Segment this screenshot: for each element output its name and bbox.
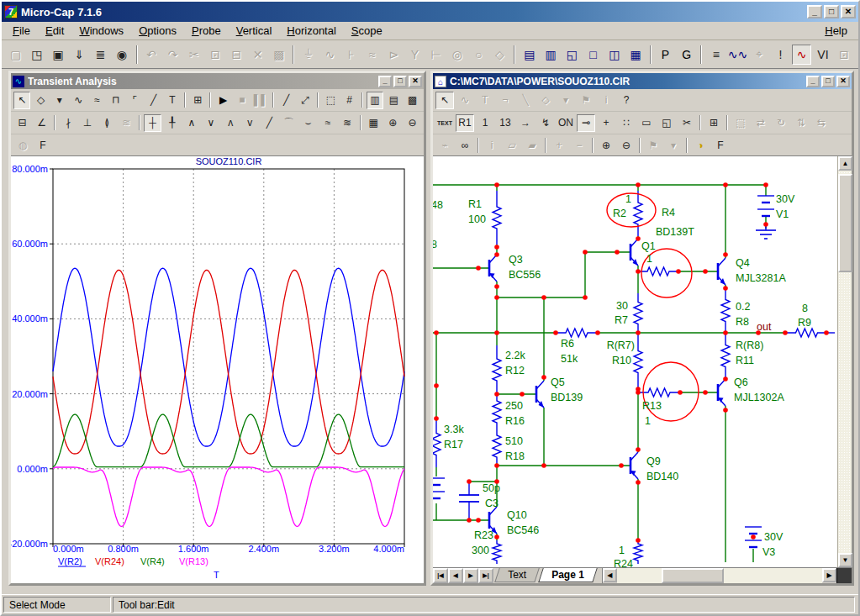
info-mode-button[interactable]: i bbox=[597, 92, 615, 109]
transistor-Q1[interactable] bbox=[630, 239, 638, 266]
top-envelope-button[interactable]: ≈ bbox=[319, 114, 336, 132]
open-file-button[interactable]: ◳ bbox=[27, 45, 46, 65]
diode-part-button[interactable]: ⊳ bbox=[384, 45, 404, 65]
probe-tool-button[interactable]: ⌖ bbox=[750, 45, 769, 65]
high-button[interactable]: ʌ bbox=[222, 114, 240, 132]
first-page-button[interactable]: |◀ bbox=[433, 568, 448, 583]
properties-button[interactable]: ⊞ bbox=[704, 114, 723, 132]
go-to-branch-button[interactable]: ≬ bbox=[98, 114, 116, 132]
plot-grid-fine-button[interactable]: ▩ bbox=[404, 92, 421, 109]
resistor-part-button[interactable]: ≈ bbox=[362, 45, 382, 65]
flag-goto-button[interactable]: ⚑ bbox=[644, 136, 662, 154]
run-simulation-button[interactable]: ▶ bbox=[214, 92, 231, 109]
tangent-mode-button[interactable]: ∠ bbox=[33, 114, 50, 132]
current-display-button[interactable]: → bbox=[516, 114, 535, 132]
select-mode-button[interactable]: ↖ bbox=[435, 92, 454, 109]
flip-y-button[interactable]: ⇅ bbox=[792, 114, 810, 132]
menu-file[interactable]: File bbox=[5, 23, 38, 39]
scope-mode-button[interactable]: ∿ bbox=[792, 45, 811, 65]
rotate-button[interactable]: ↻ bbox=[772, 114, 790, 132]
copy-to-front-button[interactable]: ▱ bbox=[503, 136, 521, 154]
global-low-button[interactable]: ⌣ bbox=[299, 114, 317, 132]
tab-text[interactable]: Text bbox=[494, 568, 540, 582]
resistor-R18[interactable] bbox=[493, 429, 501, 463]
npn-part-button[interactable]: Y bbox=[405, 45, 425, 65]
low-button[interactable]: v bbox=[241, 114, 259, 132]
calculator-button[interactable]: ▦ bbox=[625, 45, 645, 65]
show-attributes-button[interactable]: R1 bbox=[456, 114, 474, 132]
scale-box-button[interactable]: ⬚ bbox=[322, 92, 339, 109]
transistor-Q4[interactable] bbox=[718, 258, 725, 285]
condition-display-button[interactable]: ON bbox=[557, 114, 575, 132]
schematic-maximize-button[interactable]: □ bbox=[821, 76, 835, 87]
prev-page-button[interactable]: ◀ bbox=[448, 568, 463, 583]
wire-mode-button[interactable]: ∿ bbox=[456, 92, 474, 109]
schematic-close-button[interactable]: ✕ bbox=[836, 76, 850, 87]
cursor-next-button[interactable]: ╀ bbox=[163, 114, 181, 132]
plot-stripes-vertical-button[interactable]: ▥ bbox=[367, 92, 383, 109]
grid-box-button[interactable]: # bbox=[341, 92, 358, 109]
transient-minimize-button[interactable]: _ bbox=[378, 76, 392, 87]
resistor-R2[interactable] bbox=[634, 191, 642, 236]
maximize-window-button[interactable]: □ bbox=[583, 45, 603, 65]
go-to-x-button[interactable]: ∤ bbox=[59, 114, 77, 132]
title-block-button[interactable]: ◱ bbox=[657, 114, 676, 132]
help-mode-button[interactable]: ? bbox=[617, 92, 636, 109]
menu-probe[interactable]: Probe bbox=[184, 23, 229, 39]
schematic-vertical-scrollbar[interactable]: ▲ ▼ bbox=[837, 156, 852, 567]
font-button[interactable]: F bbox=[34, 136, 52, 154]
capacitor-C3[interactable] bbox=[459, 495, 479, 502]
scroll-left-button[interactable]: ◀ bbox=[603, 568, 617, 582]
menu-vertical[interactable]: Vertical bbox=[229, 23, 280, 39]
schematic-minimize-button[interactable]: _ bbox=[806, 76, 820, 87]
last-page-button[interactable]: ▶| bbox=[478, 568, 493, 583]
cascade-windows-button[interactable]: ◱ bbox=[562, 45, 582, 65]
resize-grip[interactable] bbox=[836, 568, 852, 583]
pause-simulation-button[interactable]: ▌▌ bbox=[252, 92, 269, 109]
next-waveform-button[interactable]: ≋ bbox=[118, 114, 135, 132]
scroll-down-button[interactable]: ▼ bbox=[838, 553, 852, 567]
resistor-R3[interactable] bbox=[638, 267, 678, 276]
next-page-button[interactable]: ▶ bbox=[463, 568, 478, 583]
transient-close-button[interactable]: ✕ bbox=[409, 76, 422, 87]
group-tag-button[interactable]: G bbox=[677, 45, 696, 65]
sine-annotation-button[interactable]: ∿ bbox=[70, 92, 87, 109]
current-source-part-button[interactable]: ○ bbox=[469, 45, 488, 65]
shape-editor-button[interactable]: ≡ bbox=[706, 45, 725, 65]
globe-button[interactable]: ◍ bbox=[13, 136, 32, 154]
select-all-button[interactable]: ▩ bbox=[269, 45, 288, 65]
digital-stimulus-button[interactable]: ⌜ bbox=[126, 92, 143, 109]
transient-maximize-button[interactable]: □ bbox=[393, 76, 407, 87]
flag-mode-button[interactable]: ⚑ bbox=[577, 92, 595, 109]
resistor-R16[interactable] bbox=[493, 394, 501, 429]
line-mode-button[interactable]: ╲ bbox=[516, 92, 535, 109]
waveform-editor-button[interactable]: ∿∿ bbox=[728, 45, 748, 65]
fourier-annotation-button[interactable]: ≈ bbox=[88, 92, 105, 109]
battery-V-left[interactable] bbox=[433, 478, 445, 498]
sine-source-part-button[interactable]: ∿ bbox=[320, 45, 340, 65]
transistor-Q3[interactable] bbox=[489, 255, 497, 282]
flag-dropdown-button[interactable]: ▾ bbox=[664, 136, 683, 154]
menu-help[interactable]: Help bbox=[817, 23, 855, 39]
cleanup-tool-button[interactable]: ✂ bbox=[678, 114, 696, 132]
pulse-annotation-button[interactable]: ⊓ bbox=[108, 92, 124, 109]
ground-part-button[interactable]: ⏚ bbox=[298, 45, 318, 65]
new-file-button[interactable]: ▢ bbox=[6, 45, 25, 65]
save-all-button[interactable]: ⇓ bbox=[70, 45, 89, 65]
node-numbers-button[interactable]: 1 bbox=[476, 114, 494, 132]
resistor-R17[interactable] bbox=[433, 421, 441, 467]
zoom-out-button[interactable]: ⊖ bbox=[404, 114, 421, 132]
mirror-box-button[interactable]: ⇄ bbox=[752, 114, 770, 132]
add-page-button[interactable]: + bbox=[550, 136, 568, 154]
capacitor-part-button[interactable]: ⊦ bbox=[341, 45, 361, 65]
point-tag-button[interactable]: P bbox=[656, 45, 675, 65]
node-voltages-button[interactable]: 13 bbox=[496, 114, 514, 132]
polarized-cap-part-button[interactable]: ⊢ bbox=[426, 45, 446, 65]
overlap-windows-button[interactable]: ◫ bbox=[604, 45, 624, 65]
info-page-button[interactable]: i bbox=[483, 136, 501, 154]
polyline-mode-button[interactable]: ⤢ bbox=[297, 92, 314, 109]
scroll-right-button[interactable]: ▶ bbox=[822, 568, 836, 582]
split-vertical-button[interactable]: ▥ bbox=[541, 45, 560, 65]
resistor-R13[interactable] bbox=[638, 388, 680, 397]
text-mode-button[interactable]: T bbox=[164, 92, 181, 109]
